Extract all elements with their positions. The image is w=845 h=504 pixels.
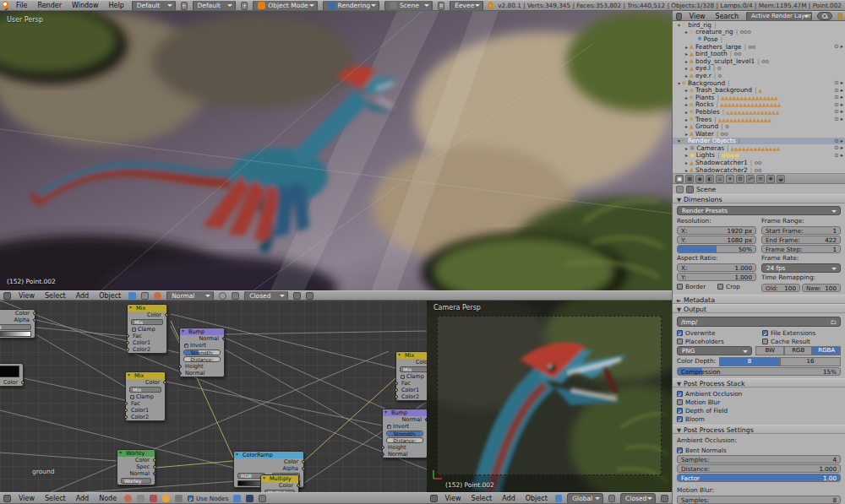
- node-title[interactable]: Worley: [117, 450, 155, 457]
- node-socket[interactable]: [126, 334, 129, 338]
- expander-icon[interactable]: ▸: [684, 44, 690, 50]
- checkbox-overwrite[interactable]: ✓Overwrite: [677, 328, 715, 337]
- outliner-row[interactable]: ▸◆Rocks|▲ ▲ ▲ ▲ ▲ ▲ ▲ ▲ ▲ ▲ ▲ ▲ ▲ ▲ ▲ ▲ …: [673, 101, 845, 109]
- viewport-menu-add[interactable]: Add: [74, 292, 92, 300]
- snap-icon[interactable]: [246, 495, 254, 502]
- shader-node-multiply[interactable]: MultiplyColorMultiply: [260, 474, 299, 492]
- expander-icon[interactable]: ▸: [684, 145, 690, 151]
- output-path-field[interactable]: /tmp/🗀: [677, 317, 841, 327]
- node-socket[interactable]: [126, 341, 129, 344]
- node-title[interactable]: Mix: [396, 352, 427, 359]
- checkbox-motion-blur[interactable]: Motion Blur: [677, 398, 841, 406]
- node-title[interactable]: Bump: [383, 409, 427, 416]
- node-menu-node[interactable]: Node: [96, 495, 119, 502]
- node-value-slider[interactable]: Distance: 0.100: [386, 437, 423, 443]
- depth-8[interactable]: 8: [719, 357, 780, 366]
- outliner-row[interactable]: ▸◆Trash_background|▲ ⊙▸: [673, 86, 845, 94]
- file-format-dropdown[interactable]: PNG: [677, 346, 752, 355]
- editor-type-icon[interactable]: [430, 495, 438, 502]
- panel-header-metadata[interactable]: ►Metadata: [673, 295, 845, 304]
- number-field[interactable]: Y:1.000: [677, 273, 756, 281]
- texture-icon[interactable]: [175, 495, 183, 502]
- outliner-row[interactable]: ▸◆Plants|▲ ▲ ▲ ▲ ▲ ▲ ▲ ▲ ▲ ▲ ▲ ▲ ▲ ▲ ▲ ⊙…: [673, 94, 845, 101]
- material-slot-icon[interactable]: [162, 495, 170, 502]
- camera-extra-dropdown[interactable]: Closed: [620, 493, 656, 504]
- properties-tab-9[interactable]: ✚: [766, 175, 775, 183]
- viewport-menu-object[interactable]: Object: [96, 292, 123, 300]
- outliner-row[interactable]: ▸▲eye.l|⚙: [673, 65, 845, 73]
- render-camera-icon[interactable]: [661, 495, 668, 502]
- properties-tab-7[interactable]: ☍: [746, 175, 755, 183]
- visibility-eye-icon[interactable]: ⊙: [834, 108, 838, 115]
- node-value-slider[interactable]: Distance: 0.100: [183, 356, 221, 362]
- node-value-slider[interactable]: Strength: 1.000: [386, 431, 423, 436]
- expander-icon[interactable]: ▸: [684, 123, 690, 129]
- outliner-row[interactable]: ▸◆Pebbles|▲ ▲ ▲ ▲ ▲ ▲ ▲ ▲ ▲ ▲ ▲ ▲ ▲ ▲ ⊙▸: [673, 108, 845, 116]
- node-dropdown[interactable]: Mix: [131, 319, 163, 325]
- editor-type-icon[interactable]: [3, 292, 11, 300]
- selectability-icon[interactable]: ▸: [841, 138, 843, 144]
- node-checkbox[interactable]: Clamp: [128, 326, 166, 333]
- outliner-row[interactable]: ✱Pose|: [673, 35, 845, 43]
- properties-tab-10[interactable]: ◒: [777, 175, 785, 183]
- visibility-eye-icon[interactable]: ⊙: [834, 101, 838, 108]
- shader-node-mix[interactable]: MixColorMixClampFacColor1Color2: [395, 351, 427, 401]
- camera-menu-select[interactable]: Select: [469, 495, 495, 502]
- viewport-3d[interactable]: User Persp (152) Point.002: [0, 11, 672, 290]
- node-socket[interactable]: [124, 415, 128, 419]
- outliner-row[interactable]: ▸▲body_sculpt_level1|⚙⚙: [673, 57, 845, 65]
- expander-icon[interactable]: ▸: [684, 160, 690, 165]
- checkbox-placeholders[interactable]: Placeholders: [677, 337, 724, 345]
- expander-icon[interactable]: ▸: [684, 117, 690, 122]
- properties-tab-3[interactable]: ◐: [706, 175, 714, 183]
- node-dropdown[interactable]: Mix: [129, 387, 161, 393]
- compositing-icon[interactable]: [150, 495, 157, 502]
- render-presets-dropdown[interactable]: Render Presets: [677, 206, 841, 215]
- outliner-row[interactable]: ▸▲Water|⚙⚙: [673, 130, 845, 138]
- node-socket[interactable]: [381, 453, 384, 456]
- properties-tab-1[interactable]: ▦: [685, 175, 694, 183]
- checkbox-border[interactable]: Border: [677, 282, 706, 290]
- node-socket[interactable]: [381, 446, 384, 449]
- node-title[interactable]: Multiply: [261, 475, 298, 482]
- checkbox-file-extensions[interactable]: ✓File Extensions: [762, 328, 815, 337]
- expander-icon[interactable]: ▸: [684, 95, 690, 100]
- node-socket[interactable]: [33, 312, 36, 315]
- number-field[interactable]: End Frame:422: [761, 236, 841, 244]
- checkbox-cache-result[interactable]: Cache Result: [762, 337, 810, 345]
- node-socket[interactable]: [33, 318, 36, 322]
- expander-icon[interactable]: ▸: [684, 51, 690, 57]
- viewport-menu-select[interactable]: Select: [42, 292, 68, 300]
- number-field[interactable]: Y:1080 px: [677, 236, 756, 244]
- pin-icon[interactable]: [676, 186, 684, 193]
- expander-icon[interactable]: ▸: [684, 167, 690, 173]
- visibility-eye-icon[interactable]: ⊙: [834, 144, 838, 151]
- outliner-menu-search[interactable]: Search: [713, 13, 741, 20]
- selectability-icon[interactable]: ▸: [841, 43, 843, 50]
- shader-node-cut[interactable]: ColorAlphaRGB: [0, 309, 35, 339]
- filter-icon[interactable]: [837, 13, 842, 20]
- overlay-icon[interactable]: [259, 495, 266, 502]
- panel-header-post-process-settings[interactable]: ▼Post Process Settings: [673, 425, 845, 434]
- number-field[interactable]: Distance:1.000: [677, 464, 841, 473]
- viewport-menu-view[interactable]: View: [16, 292, 37, 300]
- node-socket[interactable]: [395, 388, 398, 392]
- outliner-row[interactable]: ▾◆Render Objects|⊙▸: [673, 138, 845, 145]
- shader-node-mix[interactable]: MixColorMixClampFacColor1Color2: [125, 371, 166, 421]
- selectability-icon[interactable]: ▸: [841, 79, 843, 86]
- expander-icon[interactable]: ▸: [684, 131, 690, 137]
- node-socket[interactable]: [124, 409, 128, 412]
- camera-viewport[interactable]: Camera Persp (152) Point.002: [427, 301, 672, 492]
- camera-menu-view[interactable]: View: [443, 495, 464, 502]
- node-socket[interactable]: [124, 402, 128, 405]
- slider-field[interactable]: Compression15%: [677, 367, 841, 376]
- snap-magnet-icon[interactable]: [232, 292, 239, 300]
- panel-header-output[interactable]: ▼Output: [673, 304, 845, 313]
- number-field[interactable]: Old:100: [761, 284, 800, 292]
- properties-tab-4[interactable]: ⌂: [716, 175, 724, 183]
- node-socket[interactable]: [165, 313, 168, 317]
- number-field[interactable]: Start Frame:1: [761, 226, 841, 235]
- node-menu-select[interactable]: Select: [42, 495, 68, 502]
- camera-menu-object[interactable]: Object: [523, 495, 550, 502]
- node-editor[interactable]: ColorAlphaRGBColorMixColorMixClampFacCol…: [0, 301, 427, 492]
